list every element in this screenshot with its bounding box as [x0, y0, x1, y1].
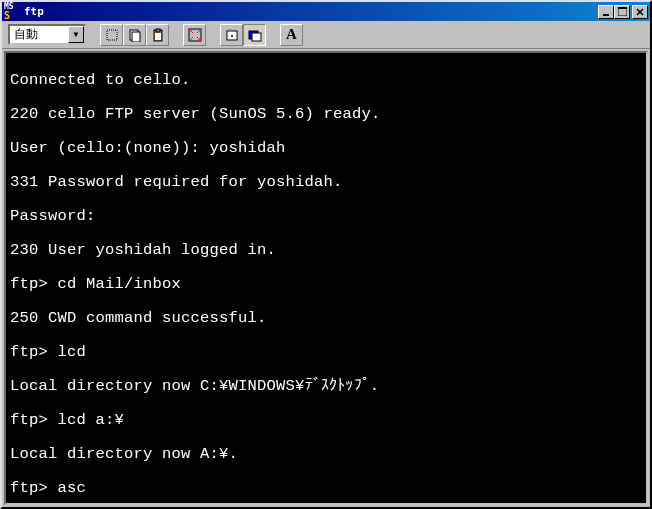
terminal-line: 230 User yoshidah logged in.: [10, 242, 642, 259]
svg-point-18: [231, 35, 233, 37]
svg-line-13: [197, 29, 201, 33]
chevron-down-icon[interactable]: ▼: [68, 26, 84, 43]
paste-button[interactable]: [146, 24, 169, 46]
maximize-button[interactable]: [614, 5, 630, 19]
terminal-output[interactable]: Connected to cello. 220 cello FTP server…: [4, 51, 648, 505]
svg-line-14: [189, 37, 193, 41]
minimize-button[interactable]: [598, 5, 614, 19]
fullscreen-button[interactable]: [183, 24, 206, 46]
title-bar[interactable]: MSS ftp: [2, 2, 650, 21]
svg-line-12: [189, 29, 193, 33]
terminal-line: Connected to cello.: [10, 72, 642, 89]
terminal-line: ftp> cd Mail/inbox: [10, 276, 642, 293]
close-button[interactable]: [632, 5, 648, 19]
terminal-line: 331 Password required for yoshidah.: [10, 174, 642, 191]
terminal-line: User (cello:(none)): yoshidah: [10, 140, 642, 157]
font-size-dropdown[interactable]: 自動 ▼: [8, 24, 86, 45]
svg-rect-9: [156, 29, 160, 32]
window-title: ftp: [24, 5, 598, 18]
properties-button[interactable]: [220, 24, 243, 46]
svg-rect-7: [132, 32, 140, 42]
mark-button[interactable]: [100, 24, 123, 46]
svg-rect-2: [618, 7, 627, 9]
msdos-icon: MSS: [4, 4, 20, 20]
terminal-line: Password:: [10, 208, 642, 225]
dropdown-value: 自動: [14, 26, 38, 43]
terminal-line: ftp> lcd a:¥: [10, 412, 642, 429]
font-button[interactable]: A: [280, 24, 303, 46]
copy-button[interactable]: [123, 24, 146, 46]
svg-rect-20: [252, 33, 261, 41]
terminal-line: Local directory now A:¥.: [10, 446, 642, 463]
terminal-line: ftp> lcd: [10, 344, 642, 361]
svg-line-15: [197, 37, 201, 41]
window-controls: [598, 5, 648, 19]
background-button[interactable]: [243, 24, 266, 46]
terminal-line: Local directory now C:¥WINDOWS¥ﾃﾞｽｸﾄｯﾌﾟ.: [10, 378, 642, 395]
svg-rect-0: [603, 14, 609, 16]
terminal-line: 220 cello FTP server (SunOS 5.6) ready.: [10, 106, 642, 123]
terminal-line: ftp> asc: [10, 480, 642, 497]
svg-rect-17: [228, 29, 231, 32]
toolbar: 自動 ▼: [2, 21, 650, 49]
svg-rect-5: [107, 30, 117, 40]
terminal-line: 250 CWD command successful.: [10, 310, 642, 327]
dos-window: MSS ftp 自動 ▼: [0, 0, 652, 509]
svg-rect-10: [155, 33, 161, 40]
